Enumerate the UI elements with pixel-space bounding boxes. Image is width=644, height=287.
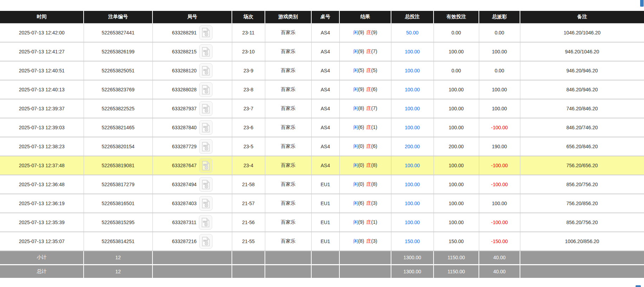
subtotal-total-bet: 1300.00 bbox=[391, 251, 434, 265]
time-cell: 2025-07-13 12:40:51 bbox=[0, 61, 84, 80]
result-cell: 闲(9)庄(9) bbox=[339, 23, 391, 42]
valid-bet-cell: 100.00 bbox=[434, 80, 479, 99]
banker-label: 庄 bbox=[366, 86, 371, 92]
session-cell: 23-8 bbox=[232, 80, 265, 99]
banker-score: (6) bbox=[371, 86, 377, 92]
game-type-cell: 百家乐 bbox=[265, 23, 311, 42]
column-header-remark: 备注 bbox=[520, 11, 644, 23]
player-label: 闲 bbox=[353, 200, 358, 206]
floating-scroll-button-bottom[interactable] bbox=[636, 285, 641, 287]
video-replay-button[interactable] bbox=[199, 139, 213, 154]
total-bet-cell[interactable]: 200.00 bbox=[391, 137, 434, 156]
table-header-row: 时间 注单编号 局号 场次 游戏类别 桌号 结果 总投注 有效投注 总派彩 备注 bbox=[0, 11, 644, 23]
subtotal-empty-remark bbox=[520, 251, 644, 265]
remark-cell: 946.20/1046.20 bbox=[520, 42, 644, 61]
remark-cell: 1006.20/856.20 bbox=[520, 232, 644, 251]
payout-cell: -100.00 bbox=[479, 175, 520, 194]
video-replay-button[interactable] bbox=[199, 25, 213, 40]
column-header-result: 结果 bbox=[339, 11, 391, 23]
banker-score: (7) bbox=[371, 105, 377, 111]
video-file-icon bbox=[202, 85, 210, 94]
bet-id-cell: 522653820154 bbox=[84, 137, 152, 156]
video-replay-button[interactable] bbox=[199, 101, 213, 116]
total-bet-cell[interactable]: 100.00 bbox=[391, 99, 434, 118]
video-replay-button[interactable] bbox=[199, 215, 212, 230]
video-replay-button[interactable] bbox=[199, 82, 213, 97]
total-bet-cell[interactable]: 50.00 bbox=[391, 23, 434, 42]
payout-cell: 190.00 bbox=[479, 137, 520, 156]
grand-total-count: 12 bbox=[84, 265, 152, 278]
subtotal-count: 12 bbox=[84, 251, 152, 265]
table-row: 2025-07-13 12:40:13 522653823769 6332880… bbox=[0, 80, 644, 99]
column-header-total-bet: 总投注 bbox=[391, 11, 434, 23]
banker-label: 庄 bbox=[366, 200, 371, 206]
remark-cell: 846.20/946.20 bbox=[520, 80, 644, 99]
table-no-cell: EU1 bbox=[311, 175, 339, 194]
column-header-payout: 总派彩 bbox=[479, 11, 520, 23]
subtotal-payout: 40.00 bbox=[479, 251, 520, 265]
banker-label: 庄 bbox=[366, 124, 371, 130]
round-cell: 633287216 bbox=[152, 232, 232, 251]
banker-score: (6) bbox=[371, 143, 377, 149]
round-cell: 633287311 bbox=[152, 213, 232, 232]
time-cell: 2025-07-13 12:36:48 bbox=[0, 175, 84, 194]
subtotal-empty-result bbox=[339, 251, 391, 265]
video-replay-button[interactable] bbox=[199, 120, 213, 135]
table-no-cell: AS4 bbox=[311, 156, 339, 175]
total-bet-cell[interactable]: 100.00 bbox=[391, 42, 434, 61]
round-number: 633287647 bbox=[172, 163, 196, 168]
total-bet-cell[interactable]: 100.00 bbox=[391, 175, 434, 194]
table-no-cell: AS4 bbox=[311, 80, 339, 99]
video-file-icon bbox=[202, 199, 210, 208]
total-bet-cell[interactable]: 100.00 bbox=[391, 61, 434, 80]
video-replay-button[interactable] bbox=[199, 63, 213, 78]
table-row: 2025-07-13 12:39:37 522653822525 6332879… bbox=[0, 99, 644, 118]
player-score: (6) bbox=[358, 124, 364, 130]
banker-score: (1) bbox=[371, 219, 377, 225]
total-bet-cell[interactable]: 100.00 bbox=[391, 156, 434, 175]
round-number: 633287311 bbox=[172, 220, 196, 225]
session-cell: 21-57 bbox=[232, 194, 265, 213]
column-header-table-no: 桌号 bbox=[311, 11, 339, 23]
remark-cell: 946.20/946.20 bbox=[520, 61, 644, 80]
table-row: 2025-07-13 12:37:48 522653819081 6332876… bbox=[0, 156, 644, 175]
game-type-cell: 百家乐 bbox=[265, 99, 311, 118]
total-bet-cell[interactable]: 100.00 bbox=[391, 213, 434, 232]
floating-scroll-button-top[interactable] bbox=[640, 0, 644, 7]
total-bet-cell[interactable]: 100.00 bbox=[391, 194, 434, 213]
video-replay-button[interactable] bbox=[199, 158, 213, 173]
session-cell: 23-10 bbox=[232, 42, 265, 61]
banker-label: 庄 bbox=[366, 238, 371, 244]
result-cell: 闲(9)庄(7) bbox=[339, 42, 391, 61]
video-replay-button[interactable] bbox=[199, 44, 213, 59]
time-cell: 2025-07-13 12:38:23 bbox=[0, 137, 84, 156]
remark-cell: 756.20/856.20 bbox=[520, 194, 644, 213]
video-file-icon bbox=[202, 104, 210, 113]
subtotal-empty-game bbox=[265, 251, 311, 265]
player-label: 闲 bbox=[353, 162, 358, 168]
video-replay-button[interactable] bbox=[199, 234, 213, 249]
table-row: 2025-07-13 12:36:48 522653817279 6332874… bbox=[0, 175, 644, 194]
round-cell: 633287729 bbox=[152, 137, 232, 156]
total-bet-cell[interactable]: 100.00 bbox=[391, 80, 434, 99]
column-header-valid-bet: 有效投注 bbox=[434, 11, 479, 23]
player-score: (8) bbox=[358, 105, 364, 111]
banker-label: 庄 bbox=[366, 105, 371, 111]
player-label: 闲 bbox=[353, 238, 358, 244]
total-bet-cell[interactable]: 100.00 bbox=[391, 118, 434, 137]
payout-cell: 0.00 bbox=[479, 23, 520, 42]
game-type-cell: 百家乐 bbox=[265, 213, 311, 232]
total-bet-cell[interactable]: 150.00 bbox=[391, 232, 434, 251]
video-replay-button[interactable] bbox=[199, 196, 213, 211]
player-score: (0) bbox=[358, 181, 364, 187]
table-no-cell: AS4 bbox=[311, 99, 339, 118]
game-type-cell: 百家乐 bbox=[265, 137, 311, 156]
round-cell: 633288028 bbox=[152, 80, 232, 99]
table-row: 2025-07-13 12:42:00 522653827441 6332882… bbox=[0, 23, 644, 42]
time-cell: 2025-07-13 12:40:13 bbox=[0, 80, 84, 99]
column-header-game-type: 游戏类别 bbox=[265, 11, 311, 23]
video-replay-button[interactable] bbox=[199, 177, 213, 192]
column-header-round: 局号 bbox=[152, 11, 232, 23]
result-cell: 闲(5)庄(5) bbox=[339, 61, 391, 80]
video-file-icon bbox=[202, 180, 210, 189]
